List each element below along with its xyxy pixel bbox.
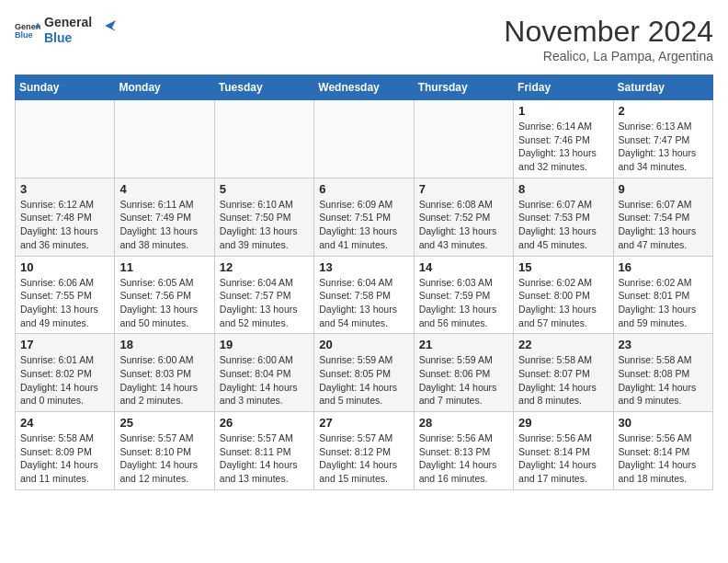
day-number: 30 <box>619 416 708 430</box>
calendar-week-row: 17Sunrise: 6:01 AMSunset: 8:02 PMDayligh… <box>16 334 713 412</box>
day-number: 24 <box>20 416 109 430</box>
day-number: 20 <box>319 338 408 351</box>
day-number: 28 <box>419 416 508 430</box>
logo-icon: General Blue <box>15 17 40 43</box>
day-number: 29 <box>518 416 608 430</box>
calendar-cell: 19Sunrise: 6:00 AMSunset: 8:04 PMDayligh… <box>214 334 313 412</box>
calendar-cell: 30Sunrise: 5:56 AMSunset: 8:14 PMDayligh… <box>613 412 712 490</box>
calendar-cell: 27Sunrise: 5:57 AMSunset: 8:12 PMDayligh… <box>314 412 414 490</box>
calendar-cell: 22Sunrise: 5:58 AMSunset: 8:07 PMDayligh… <box>514 334 613 412</box>
day-info: Sunrise: 6:01 AMSunset: 8:02 PMDaylight:… <box>20 353 109 408</box>
day-info: Sunrise: 6:03 AMSunset: 7:59 PMDaylight:… <box>419 276 508 330</box>
day-number: 21 <box>419 338 508 351</box>
svg-text:Blue: Blue <box>15 30 33 40</box>
weekday-header-saturday: Saturday <box>613 75 712 100</box>
calendar-cell: 17Sunrise: 6:01 AMSunset: 8:02 PMDayligh… <box>16 334 115 412</box>
day-info: Sunrise: 5:58 AMSunset: 8:09 PMDaylight:… <box>20 431 109 486</box>
day-info: Sunrise: 6:04 AMSunset: 7:57 PMDaylight:… <box>220 276 309 330</box>
calendar-week-row: 10Sunrise: 6:06 AMSunset: 7:55 PMDayligh… <box>16 256 713 334</box>
calendar-cell: 5Sunrise: 6:10 AMSunset: 7:50 PMDaylight… <box>214 178 313 256</box>
calendar-cell: 2Sunrise: 6:13 AMSunset: 7:47 PMDaylight… <box>613 100 712 178</box>
day-number: 11 <box>119 260 209 274</box>
day-number: 3 <box>20 182 109 196</box>
day-info: Sunrise: 6:10 AMSunset: 7:50 PMDaylight:… <box>220 198 309 252</box>
day-info: Sunrise: 6:13 AMSunset: 7:47 PMDaylight:… <box>619 120 708 174</box>
calendar-cell: 11Sunrise: 6:05 AMSunset: 7:56 PMDayligh… <box>115 256 214 334</box>
day-number: 17 <box>20 338 109 351</box>
day-info: Sunrise: 6:02 AMSunset: 8:01 PMDaylight:… <box>619 276 708 330</box>
day-info: Sunrise: 6:02 AMSunset: 8:00 PMDaylight:… <box>518 276 608 330</box>
day-number: 12 <box>220 260 309 274</box>
weekday-header-wednesday: Wednesday <box>314 75 414 100</box>
calendar-cell: 15Sunrise: 6:02 AMSunset: 8:00 PMDayligh… <box>514 256 613 334</box>
day-number: 7 <box>419 182 508 196</box>
day-number: 16 <box>619 260 708 274</box>
day-number: 14 <box>419 260 508 274</box>
calendar-cell <box>314 100 414 178</box>
day-number: 19 <box>220 338 309 351</box>
logo: General Blue General Blue <box>15 15 116 46</box>
location-title: Realico, La Pampa, Argentina <box>504 49 713 63</box>
calendar-cell: 18Sunrise: 6:00 AMSunset: 8:03 PMDayligh… <box>115 334 214 412</box>
calendar-cell: 3Sunrise: 6:12 AMSunset: 7:48 PMDaylight… <box>16 178 115 256</box>
logo-general-text: General <box>44 15 92 30</box>
page-header: General Blue General Blue November 2024 … <box>15 15 713 63</box>
day-info: Sunrise: 6:06 AMSunset: 7:55 PMDaylight:… <box>20 276 109 330</box>
calendar-cell: 8Sunrise: 6:07 AMSunset: 7:53 PMDaylight… <box>514 178 613 256</box>
day-number: 22 <box>518 338 608 351</box>
day-number: 18 <box>119 338 209 351</box>
calendar-cell: 25Sunrise: 5:57 AMSunset: 8:10 PMDayligh… <box>115 412 214 490</box>
day-info: Sunrise: 5:56 AMSunset: 8:14 PMDaylight:… <box>619 431 708 486</box>
day-info: Sunrise: 6:00 AMSunset: 8:04 PMDaylight:… <box>220 353 309 408</box>
day-number: 13 <box>319 260 408 274</box>
calendar-cell: 20Sunrise: 5:59 AMSunset: 8:05 PMDayligh… <box>314 334 414 412</box>
calendar-cell: 10Sunrise: 6:06 AMSunset: 7:55 PMDayligh… <box>16 256 115 334</box>
day-number: 27 <box>319 416 408 430</box>
day-info: Sunrise: 6:05 AMSunset: 7:56 PMDaylight:… <box>119 276 209 330</box>
calendar-cell: 21Sunrise: 5:59 AMSunset: 8:06 PMDayligh… <box>414 334 513 412</box>
calendar-cell: 26Sunrise: 5:57 AMSunset: 8:11 PMDayligh… <box>214 412 313 490</box>
calendar-cell: 6Sunrise: 6:09 AMSunset: 7:51 PMDaylight… <box>314 178 414 256</box>
day-number: 23 <box>619 338 708 351</box>
day-info: Sunrise: 6:12 AMSunset: 7:48 PMDaylight:… <box>20 198 109 252</box>
day-info: Sunrise: 5:58 AMSunset: 8:07 PMDaylight:… <box>518 353 608 408</box>
calendar-cell: 16Sunrise: 6:02 AMSunset: 8:01 PMDayligh… <box>613 256 712 334</box>
calendar-cell <box>115 100 214 178</box>
day-info: Sunrise: 5:56 AMSunset: 8:14 PMDaylight:… <box>518 431 608 486</box>
day-number: 1 <box>518 104 608 118</box>
calendar-cell <box>214 100 313 178</box>
day-info: Sunrise: 6:11 AMSunset: 7:49 PMDaylight:… <box>119 198 209 252</box>
calendar-cell: 12Sunrise: 6:04 AMSunset: 7:57 PMDayligh… <box>214 256 313 334</box>
calendar-cell <box>16 100 115 178</box>
calendar-cell <box>414 100 513 178</box>
month-title: November 2024 <box>504 15 713 49</box>
day-info: Sunrise: 5:58 AMSunset: 8:08 PMDaylight:… <box>619 353 708 408</box>
weekday-header-sunday: Sunday <box>16 75 115 100</box>
weekday-header-thursday: Thursday <box>414 75 513 100</box>
day-info: Sunrise: 5:57 AMSunset: 8:11 PMDaylight:… <box>220 431 309 486</box>
calendar-week-row: 24Sunrise: 5:58 AMSunset: 8:09 PMDayligh… <box>16 412 713 490</box>
day-info: Sunrise: 6:14 AMSunset: 7:46 PMDaylight:… <box>518 120 608 174</box>
day-number: 8 <box>518 182 608 196</box>
day-info: Sunrise: 6:07 AMSunset: 7:54 PMDaylight:… <box>619 198 708 252</box>
day-info: Sunrise: 5:57 AMSunset: 8:10 PMDaylight:… <box>119 431 209 486</box>
title-block: November 2024 Realico, La Pampa, Argenti… <box>504 15 713 63</box>
calendar-cell: 23Sunrise: 5:58 AMSunset: 8:08 PMDayligh… <box>613 334 712 412</box>
day-number: 6 <box>319 182 408 196</box>
calendar-cell: 4Sunrise: 6:11 AMSunset: 7:49 PMDaylight… <box>115 178 214 256</box>
day-number: 4 <box>119 182 209 196</box>
day-number: 9 <box>619 182 708 196</box>
day-info: Sunrise: 5:59 AMSunset: 8:05 PMDaylight:… <box>319 353 408 408</box>
calendar-cell: 28Sunrise: 5:56 AMSunset: 8:13 PMDayligh… <box>414 412 513 490</box>
day-number: 5 <box>220 182 309 196</box>
day-info: Sunrise: 6:08 AMSunset: 7:52 PMDaylight:… <box>419 198 508 252</box>
day-info: Sunrise: 6:09 AMSunset: 7:51 PMDaylight:… <box>319 198 408 252</box>
day-number: 2 <box>619 104 708 118</box>
calendar-cell: 1Sunrise: 6:14 AMSunset: 7:46 PMDaylight… <box>514 100 613 178</box>
weekday-header-friday: Friday <box>514 75 613 100</box>
weekday-header-row: SundayMondayTuesdayWednesdayThursdayFrid… <box>16 75 713 100</box>
calendar-cell: 9Sunrise: 6:07 AMSunset: 7:54 PMDaylight… <box>613 178 712 256</box>
calendar-cell: 29Sunrise: 5:56 AMSunset: 8:14 PMDayligh… <box>514 412 613 490</box>
day-info: Sunrise: 5:57 AMSunset: 8:12 PMDaylight:… <box>319 431 408 486</box>
day-number: 25 <box>119 416 209 430</box>
